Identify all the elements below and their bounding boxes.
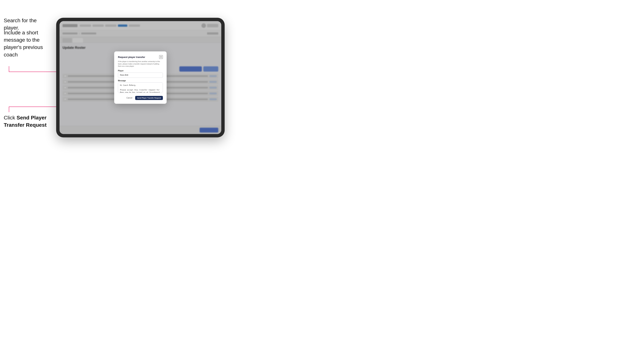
- annotation-click: Click Send Player Transfer Request: [4, 114, 54, 129]
- modal-header: Request player transfer ×: [118, 55, 163, 59]
- cancel-button[interactable]: Cancel: [125, 96, 134, 100]
- send-transfer-request-button[interactable]: Send Player Transfer Request: [135, 96, 163, 100]
- player-field-label: Player: [118, 70, 163, 72]
- annotation-line-message-vertical: [9, 66, 9, 72]
- annotation-message: Include a short message to the player's …: [4, 29, 54, 58]
- tablet-frame: › Update Roster: [56, 18, 225, 137]
- message-field-label: Message: [118, 80, 163, 82]
- player-search-input[interactable]: [118, 73, 163, 78]
- request-transfer-modal: Request player transfer × If the player …: [114, 51, 166, 104]
- message-textarea[interactable]: Hi Coach McHarg, Please accept this tran…: [118, 82, 163, 93]
- modal-overlay: Request player transfer × If the player …: [60, 21, 221, 134]
- annotation-line-click-vertical-start: [9, 107, 9, 112]
- modal-description: If the player is transferring from anoth…: [118, 60, 163, 67]
- modal-close-button[interactable]: ×: [159, 55, 163, 59]
- modal-title: Request player transfer: [118, 56, 145, 58]
- tablet-screen: › Update Roster: [60, 21, 221, 134]
- modal-footer: Cancel Send Player Transfer Request: [118, 96, 163, 100]
